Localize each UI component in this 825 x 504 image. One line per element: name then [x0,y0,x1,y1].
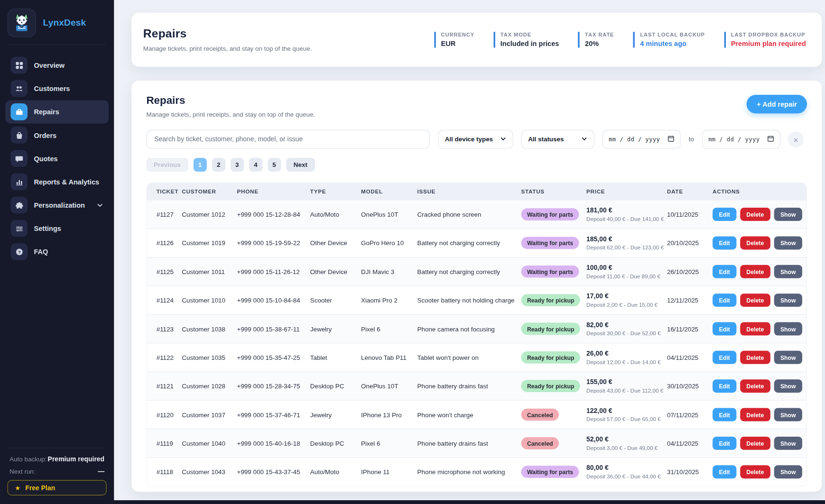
status-select[interactable]: All statuses [521,130,594,149]
price-value: 181,00 € [586,207,663,214]
edit-button[interactable]: Edit [713,351,736,364]
status-badge: Canceled [521,409,559,421]
table-row: #1120 Customer 1037 +999 000 15-37-46-71… [147,400,806,429]
bar-chart-icon [10,173,28,190]
sidebar-item-reports[interactable]: Reports & Analytics [5,170,109,193]
show-button[interactable]: Show [774,408,802,422]
edit-button[interactable]: Edit [713,322,736,336]
delete-button[interactable]: Delete [740,408,770,422]
show-button[interactable]: Show [774,379,802,393]
page-button[interactable]: 1 [194,158,207,172]
actions-cell: Edit Delete Show [713,437,806,450]
status-cell: Ready for pickup [521,351,586,364]
show-button[interactable]: Show [774,351,802,364]
delete-button[interactable]: Delete [740,351,770,364]
status-badge: Waiting for parts [521,266,579,278]
search-input[interactable] [146,130,430,149]
sidebar-item-repairs[interactable]: Repairs [5,100,109,123]
delete-button[interactable]: Delete [740,265,770,278]
delete-button[interactable]: Delete [740,379,770,393]
show-button[interactable]: Show [774,437,802,450]
page-button[interactable]: 2 [212,158,225,172]
date-from-input[interactable]: mm / dd / yyyy [603,130,681,149]
page-button[interactable]: 4 [249,158,262,172]
sidebar: LynxDesk Overview Customers Repairs [0,0,114,504]
delete-button[interactable]: Delete [740,236,770,249]
price-cell: 122,00 € Deposit 57,00 € - Due 65,00 € [586,407,667,422]
ticket-cell: #1125 [147,268,182,275]
show-button[interactable]: Show [774,236,802,249]
auto-backup-row: Auto backup: Premium required [9,456,104,463]
sidebar-item-customers[interactable]: Customers [5,77,109,100]
delete-button[interactable]: Delete [740,322,770,336]
price-cell: 26,00 € Deposit 12,00 € - Due 14,00 € [586,350,667,365]
sidebar-item-label: Settings [34,224,61,232]
sidebar-item-personalization[interactable]: Personalization [5,193,109,217]
edit-button[interactable]: Edit [713,465,736,478]
edit-button[interactable]: Edit [713,236,736,249]
edit-button[interactable]: Edit [713,408,736,422]
issue-cell: Battery not charging correctly [417,239,521,247]
stat-value: 4 minutes ago [640,40,705,48]
sidebar-item-faq[interactable]: ? FAQ [5,240,109,263]
sidebar-item-quotes[interactable]: Quotes [5,147,109,170]
sidebar-nav: Overview Customers Repairs Orders [0,45,114,263]
delete-button[interactable]: Delete [740,437,770,450]
type-cell: Jewelry [310,325,361,333]
show-button[interactable]: Show [774,208,802,221]
sidebar-item-settings[interactable]: Settings [5,217,109,240]
type-cell: Scooter [310,296,361,304]
edit-button[interactable]: Edit [713,265,736,278]
status-selected: All statuses [528,136,564,143]
sidebar-item-label: Overview [34,61,65,69]
ticket-cell: #1126 [147,239,182,247]
model-cell: GoPro Hero 10 [361,239,417,247]
phone-cell: +999 000 15-10-84-84 [237,296,310,304]
status-cell: Waiting for parts [521,466,586,478]
free-plan-button[interactable]: ★ Free Plan [8,480,107,495]
page-button[interactable]: 5 [268,158,281,172]
previous-page-button[interactable]: Previous [146,158,188,172]
stat-value: 20% [585,40,614,48]
clear-filters-button[interactable]: × [788,131,804,147]
status-cell: Waiting for parts [521,208,586,220]
type-cell: Other Device [310,268,361,275]
price-value: 155,00 € [586,378,663,386]
delete-button[interactable]: Delete [740,293,770,307]
device-type-select[interactable]: All device types [438,130,513,149]
sidebar-item-orders[interactable]: Orders [5,123,109,147]
delete-button[interactable]: Delete [740,208,770,221]
date-to-input[interactable]: mm / dd / yyyy [702,130,780,149]
question-icon: ? [10,243,28,260]
show-button[interactable]: Show [774,465,802,478]
page-button[interactable]: 3 [231,158,244,172]
show-button[interactable]: Show [774,322,802,336]
app-logo[interactable]: LynxDesk [0,0,114,45]
date-cell: 20/10/2025 [667,239,713,247]
show-button[interactable]: Show [774,293,802,307]
edit-button[interactable]: Edit [713,208,736,221]
stat-value: Included in prices [501,40,559,48]
table-row: #1121 Customer 1028 +999 000 15-28-34-75… [147,371,806,400]
customer-cell: Customer 1035 [182,354,237,361]
edit-button[interactable]: Edit [713,293,736,307]
status-cell: Ready for pickup [521,380,586,392]
deposit-due-text: Deposit 43,00 € - Due 112,00 € [586,387,663,394]
show-button[interactable]: Show [774,265,802,278]
price-value: 17,00 € [586,293,663,300]
date-cell: 31/10/2025 [667,468,713,476]
delete-button[interactable]: Delete [740,465,770,478]
sidebar-item-overview[interactable]: Overview [5,54,109,77]
status-badge: Waiting for parts [521,208,579,220]
date-cell: 04/11/2025 [667,440,713,447]
phone-cell: +999 000 15-37-46-71 [237,411,310,419]
add-repair-button[interactable]: + Add repair [747,95,807,113]
edit-button[interactable]: Edit [713,379,736,393]
stat-value: Premium plan required [731,40,806,48]
stat-tax-mode: Tax mode Included in prices [493,32,559,48]
page-buttons: 1 2 3 4 5 [194,158,281,172]
type-cell: Desktop PC [310,382,361,390]
edit-button[interactable]: Edit [713,437,736,450]
next-page-button[interactable]: Next [286,158,315,172]
header-stats: Currency EUR Tax mode Included in prices… [434,32,806,48]
